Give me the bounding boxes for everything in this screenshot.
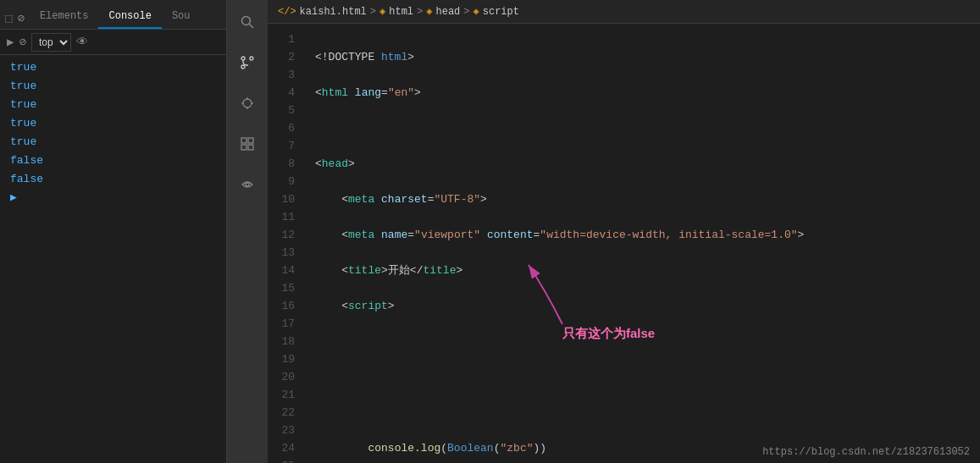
svg-point-14: [246, 183, 249, 186]
url-bar: https://blog.csdn.net/z18237613052: [762, 446, 970, 458]
debug-icon[interactable]: [232, 88, 263, 119]
svg-rect-11: [248, 138, 253, 143]
svg-rect-10: [241, 138, 246, 143]
svg-point-5: [243, 99, 252, 107]
svg-rect-13: [248, 145, 253, 150]
console-line-2: true: [0, 77, 226, 96]
bc-icon-html: ◈: [379, 5, 385, 18]
bc-filename: kaishi.html: [300, 6, 367, 18]
code-line-1: <!DOCTYPE html>: [315, 48, 980, 66]
bc-sep-2: >: [417, 6, 423, 18]
bc-html: html: [389, 6, 413, 18]
console-line-3: true: [0, 96, 226, 114]
eye-icon[interactable]: 👁: [76, 36, 88, 49]
context-select[interactable]: top: [31, 33, 71, 52]
play-icon[interactable]: ▶: [7, 35, 14, 49]
code-line-11: [315, 404, 980, 422]
git-icon[interactable]: [232, 47, 263, 78]
line-numbers: 12345 678910 1112131415 1617181920 21222…: [268, 24, 308, 463]
extensions-icon[interactable]: [232, 129, 263, 159]
bc-icon-file: </>: [278, 6, 296, 18]
console-toolbar: ▶ ⊘ top 👁: [0, 30, 226, 55]
svg-rect-12: [241, 145, 246, 150]
inspect-icon[interactable]: ⬚: [5, 11, 12, 25]
code-line-5: <meta charset="UTF-8">: [315, 190, 980, 208]
svg-point-4: [241, 65, 245, 69]
bc-icon-head: ◈: [426, 5, 432, 18]
sidebar-icons: [227, 0, 268, 463]
code-line-7: <title>开始</title>: [315, 262, 980, 279]
code-line-6: <meta name="viewport" content="width=dev…: [315, 226, 980, 244]
svg-point-0: [242, 17, 251, 25]
console-line-4: true: [0, 114, 226, 133]
search-icon[interactable]: [232, 7, 263, 37]
console-line-7: false: [0, 170, 226, 189]
bc-sep-1: >: [370, 6, 376, 18]
tab-console[interactable]: Console: [98, 5, 161, 29]
block-icon[interactable]: ⊘: [19, 35, 25, 49]
code-line-10: [315, 368, 980, 386]
devtools-tabs: ⬚ ⊘ Elements Console Sou: [0, 0, 226, 30]
code-line-8: <script>: [315, 297, 980, 315]
bc-icon-script: ◈: [473, 5, 479, 18]
tab-icon-group: ⬚ ⊘: [0, 8, 30, 29]
remote-icon[interactable]: [232, 169, 263, 200]
svg-line-1: [250, 25, 254, 29]
console-line-5: true: [0, 133, 226, 152]
bc-sep-3: >: [463, 6, 469, 18]
console-prompt: ▶: [0, 189, 226, 206]
prompt-arrow: ▶: [10, 190, 17, 204]
console-output: true true true true true false false ▶: [0, 55, 226, 463]
tab-elements[interactable]: Elements: [30, 5, 99, 29]
code-line-3: [315, 119, 980, 137]
devtools-panel: ⬚ ⊘ Elements Console Sou ▶ ⊘ top 👁 true …: [0, 0, 227, 463]
editor-panel: </> kaishi.html > ◈ html > ◈ head > ◈ sc…: [268, 0, 980, 463]
code-area[interactable]: 12345 678910 1112131415 1617181920 21222…: [268, 24, 980, 463]
bc-head: head: [436, 6, 461, 18]
svg-point-2: [241, 57, 245, 60]
code-line-9: [315, 333, 980, 350]
svg-point-3: [250, 57, 253, 60]
console-line-6: false: [0, 152, 226, 170]
pointer-icon[interactable]: ⊘: [17, 11, 24, 25]
bc-script: script: [483, 6, 519, 18]
tab-sources[interactable]: Sou: [162, 5, 201, 29]
breadcrumb-bar: </> kaishi.html > ◈ html > ◈ head > ◈ sc…: [268, 0, 980, 24]
code-line-2: <html lang="en">: [315, 84, 980, 102]
code-line-4: <head>: [315, 155, 980, 173]
code-content[interactable]: <!DOCTYPE html> <html lang="en"> <head> …: [308, 24, 980, 463]
console-line-1: true: [0, 58, 226, 77]
